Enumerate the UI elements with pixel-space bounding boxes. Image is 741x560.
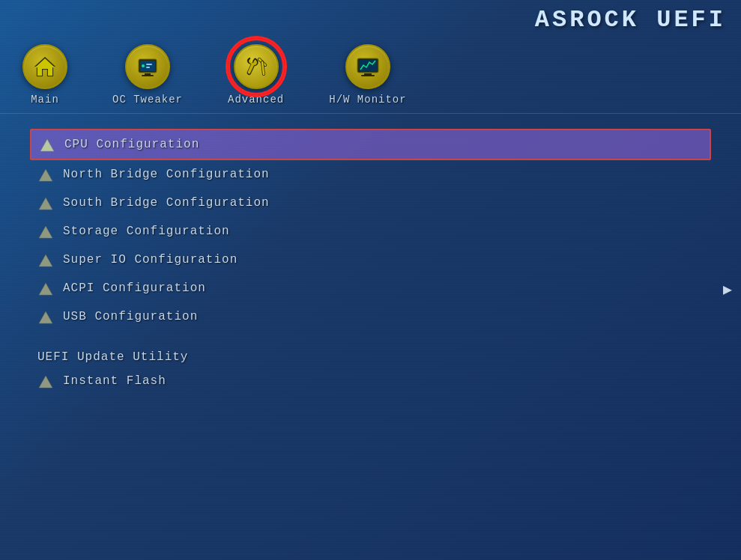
nav-item-main[interactable]: Main [22, 44, 67, 106]
menu-label-north: North Bridge Configuration [63, 168, 270, 181]
menu-item-south-bridge[interactable]: South Bridge Configuration [30, 189, 711, 217]
menu-label-south: South Bridge Configuration [63, 196, 270, 210]
menu-item-super-io[interactable]: Super IO Configuration [30, 246, 711, 274]
arrow-icon-north [37, 166, 54, 183]
nav-item-hw-monitor[interactable]: H/W Monitor [329, 44, 406, 106]
svg-rect-5 [146, 64, 152, 65]
utility-section-label: UEFI Update Utility [30, 343, 711, 367]
svg-marker-21 [39, 311, 52, 323]
svg-rect-2 [145, 73, 151, 75]
nav-item-oc-tweaker[interactable]: OC Tweaker [112, 44, 183, 106]
svg-marker-22 [39, 376, 52, 388]
svg-rect-14 [361, 75, 375, 76]
svg-point-4 [142, 64, 145, 67]
nav-icon-hw [345, 44, 390, 89]
menu-label-storage: Storage Configuration [63, 225, 230, 238]
menu-item-storage[interactable]: Storage Configuration [30, 217, 711, 246]
arrow-icon-superio [37, 252, 54, 268]
menu-item-cpu-config[interactable]: CPU Configuration [30, 129, 711, 160]
svg-marker-20 [39, 283, 52, 295]
svg-marker-17 [39, 198, 52, 210]
menu-label-usb: USB Configuration [63, 310, 198, 323]
svg-rect-3 [142, 75, 154, 76]
nav-item-advanced[interactable]: Advanced [228, 44, 284, 106]
nav-icon-main [22, 44, 67, 89]
svg-marker-16 [39, 169, 52, 181]
nav-bar: Main OC Tweaker [0, 37, 741, 114]
arrow-icon-acpi [37, 280, 54, 296]
content-area: CPU Configuration North Bridge Configura… [0, 114, 741, 422]
app-title: ASROCK UEFI [535, 6, 726, 34]
arrow-icon-storage [37, 223, 54, 240]
nav-icon-oc [125, 44, 170, 89]
nav-label-advanced: Advanced [228, 94, 284, 106]
svg-marker-15 [40, 139, 54, 151]
arrow-icon-south [37, 195, 54, 211]
svg-rect-13 [364, 73, 372, 75]
menu-label-acpi: ACPI Configuration [63, 281, 206, 295]
menu-item-acpi[interactable]: ACPI Configuration [30, 274, 711, 302]
menu-item-instant-flash[interactable]: Instant Flash [30, 367, 711, 395]
svg-marker-18 [39, 226, 52, 238]
header: ASROCK UEFI [0, 0, 741, 37]
nav-label-oc: OC Tweaker [112, 94, 183, 106]
nav-label-main: Main [31, 94, 59, 106]
menu-label-superio: Super IO Configuration [63, 253, 238, 267]
menu-item-north-bridge[interactable]: North Bridge Configuration [30, 160, 711, 189]
arrow-icon-flash [37, 373, 54, 389]
menu-label-flash: Instant Flash [63, 374, 166, 388]
arrow-icon-usb [37, 308, 54, 325]
utility-section: UEFI Update Utility Instant Flash [30, 343, 711, 395]
menu-item-usb[interactable]: USB Configuration [30, 302, 711, 331]
arrow-icon-cpu [39, 136, 55, 153]
menu-label-cpu: CPU Configuration [64, 138, 199, 151]
configuration-section: CPU Configuration North Bridge Configura… [30, 129, 711, 331]
nav-label-hw: H/W Monitor [329, 94, 406, 106]
nav-icon-advanced [234, 44, 279, 89]
svg-rect-6 [146, 67, 150, 68]
svg-marker-19 [39, 255, 52, 267]
